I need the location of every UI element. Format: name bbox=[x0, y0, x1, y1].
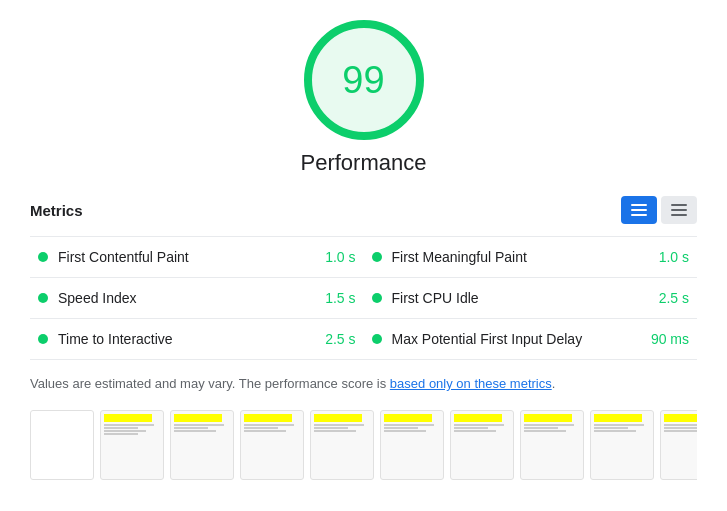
filmstrip-frame bbox=[520, 410, 584, 480]
metric-dot bbox=[372, 252, 382, 262]
metric-first-meaningful-paint: First Meaningful Paint 1.0 s bbox=[364, 237, 698, 278]
metric-name: Speed Index bbox=[58, 290, 317, 306]
metric-max-first-input-delay: Max Potential First Input Delay 90 ms bbox=[364, 319, 698, 360]
metric-value: 2.5 s bbox=[659, 290, 689, 306]
metric-value: 90 ms bbox=[651, 331, 689, 347]
metrics-header: Metrics bbox=[30, 196, 697, 224]
metric-value: 1.5 s bbox=[325, 290, 355, 306]
metric-name: Time to Interactive bbox=[58, 331, 317, 347]
metric-value: 1.0 s bbox=[325, 249, 355, 265]
metric-dot bbox=[38, 293, 48, 303]
filmstrip-frame bbox=[240, 410, 304, 480]
grid-icon bbox=[671, 204, 687, 216]
filmstrip-frame bbox=[170, 410, 234, 480]
filmstrip-frame bbox=[380, 410, 444, 480]
note-text-after: . bbox=[552, 376, 556, 391]
list-view-toggle[interactable] bbox=[621, 196, 657, 224]
metric-value: 2.5 s bbox=[325, 331, 355, 347]
filmstrip-frame bbox=[100, 410, 164, 480]
score-section: 99 Performance bbox=[30, 20, 697, 176]
grid-view-toggle[interactable] bbox=[661, 196, 697, 224]
metrics-title: Metrics bbox=[30, 202, 83, 219]
filmstrip-frame bbox=[660, 410, 697, 480]
score-value: 99 bbox=[342, 59, 384, 102]
list-icon bbox=[631, 204, 647, 216]
metric-value: 1.0 s bbox=[659, 249, 689, 265]
metric-name: Max Potential First Input Delay bbox=[392, 331, 643, 347]
view-toggle bbox=[621, 196, 697, 224]
metric-dot bbox=[38, 334, 48, 344]
metric-dot bbox=[372, 334, 382, 344]
metric-name: First Contentful Paint bbox=[58, 249, 317, 265]
filmstrip-frame bbox=[590, 410, 654, 480]
metrics-link[interactable]: based only on these metrics bbox=[390, 376, 552, 391]
note-text-before: Values are estimated and may vary. The p… bbox=[30, 376, 390, 391]
score-label: Performance bbox=[301, 150, 427, 176]
metrics-note: Values are estimated and may vary. The p… bbox=[30, 374, 697, 394]
filmstrip-frame bbox=[310, 410, 374, 480]
filmstrip-frame bbox=[450, 410, 514, 480]
metric-dot bbox=[372, 293, 382, 303]
metrics-grid: First Contentful Paint 1.0 s First Meani… bbox=[30, 236, 697, 360]
metric-name: First CPU Idle bbox=[392, 290, 651, 306]
metric-first-contentful-paint: First Contentful Paint 1.0 s bbox=[30, 237, 364, 278]
metric-dot bbox=[38, 252, 48, 262]
metric-first-cpu-idle: First CPU Idle 2.5 s bbox=[364, 278, 698, 319]
filmstrip-frame bbox=[30, 410, 94, 480]
metric-speed-index: Speed Index 1.5 s bbox=[30, 278, 364, 319]
metric-time-to-interactive: Time to Interactive 2.5 s bbox=[30, 319, 364, 360]
metric-name: First Meaningful Paint bbox=[392, 249, 651, 265]
score-circle: 99 bbox=[304, 20, 424, 140]
filmstrip bbox=[30, 410, 697, 480]
